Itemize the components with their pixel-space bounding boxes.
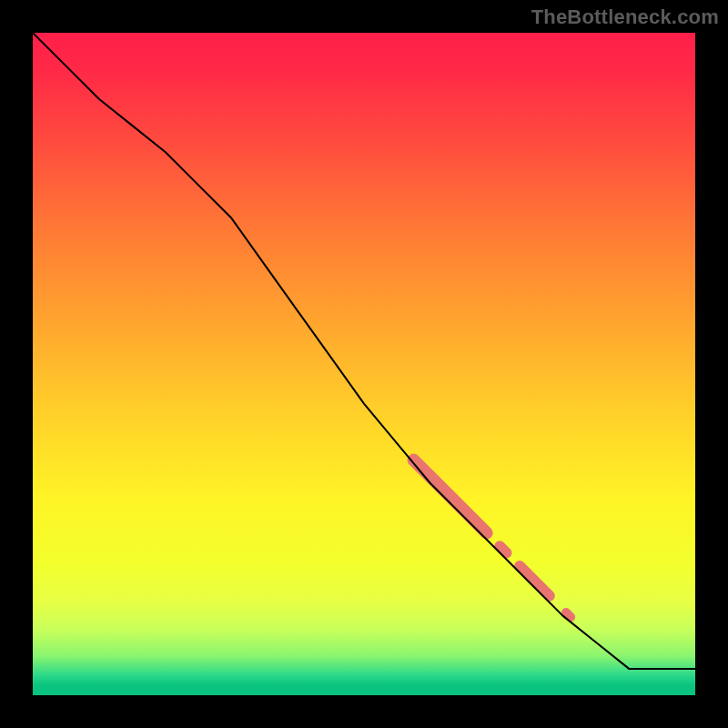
watermark-text: TheBottleneck.com (531, 5, 719, 29)
accent-dot-bottom (566, 612, 571, 617)
chart-overlay (33, 33, 695, 695)
plot-area (33, 33, 695, 695)
accent-segments (414, 460, 571, 617)
accent-dot-mid (500, 546, 506, 552)
accent-thick-lower (520, 566, 550, 596)
chart-stage: TheBottleneck.com (0, 0, 728, 728)
main-curve-path (33, 33, 695, 669)
accent-thick-upper (414, 460, 487, 533)
